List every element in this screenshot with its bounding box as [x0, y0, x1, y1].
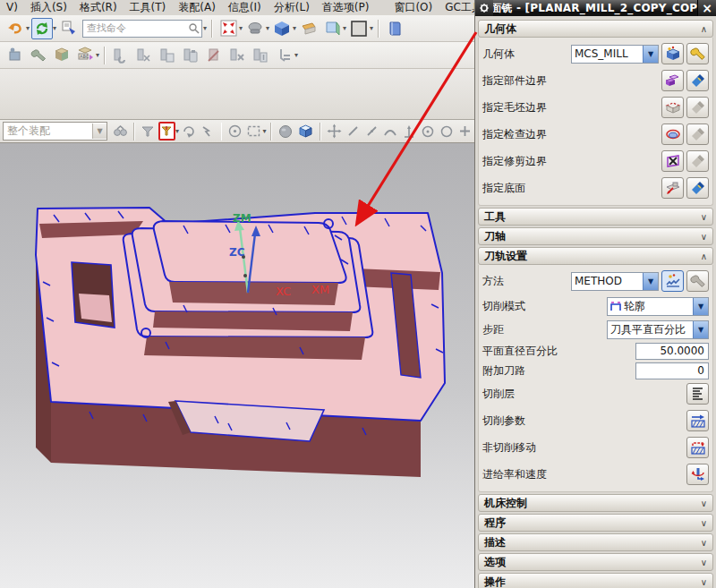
part-boundary-button[interactable]: [661, 70, 684, 91]
circle-snap-button[interactable]: [438, 122, 455, 141]
chevron-down-icon[interactable]: ▼: [693, 321, 708, 338]
menu-item-insert[interactable]: 插入(S): [24, 0, 73, 15]
floor-display-button[interactable]: [686, 177, 709, 199]
shaded-caret[interactable]: ▾: [293, 24, 296, 32]
resource-bar-button[interactable]: [384, 18, 405, 39]
toolpath-info-button[interactable]: [250, 45, 271, 66]
create-tool-button[interactable]: [28, 45, 49, 66]
undo-caret[interactable]: ▾: [26, 24, 30, 32]
chevron-down-icon[interactable]: ▼: [643, 273, 658, 290]
graphics-viewport[interactable]: ZM ZC XC XM: [0, 143, 474, 588]
selection-scope-combo[interactable]: 整个装配 ▼: [3, 122, 107, 141]
line-midpoint-button[interactable]: [363, 122, 380, 141]
copy-operation-button[interactable]: [157, 45, 178, 66]
chevron-down-icon[interactable]: ∨: [701, 499, 707, 508]
chevron-down-icon[interactable]: ▼: [92, 124, 107, 139]
new-geometry-button[interactable]: [661, 43, 684, 64]
edit-geometry-button[interactable]: [686, 43, 709, 64]
command-finder-input[interactable]: [85, 21, 188, 35]
section-header-path-settings[interactable]: 刀轨设置 ∧: [478, 247, 713, 265]
method-combo[interactable]: METHOD ▼: [571, 272, 659, 291]
chevron-down-icon[interactable]: ∨: [701, 212, 707, 222]
section-view-button[interactable]: [321, 18, 343, 39]
floor-button[interactable]: [661, 177, 684, 199]
rect-select-button[interactable]: [245, 122, 262, 141]
chevron-down-icon[interactable]: ▼: [693, 298, 708, 315]
create-operation-button[interactable]: [4, 45, 26, 66]
section-header-geometry[interactable]: 几何体 ∧: [478, 20, 713, 38]
line-endpoint-button[interactable]: [345, 122, 362, 141]
chevron-down-icon[interactable]: ∨: [701, 538, 707, 548]
refresh-button[interactable]: [31, 18, 53, 39]
menu-item-window[interactable]: 窗口(O): [388, 0, 439, 15]
section-header-options[interactable]: 选项 ∨: [478, 553, 713, 571]
object-info-button[interactable]: [58, 18, 80, 39]
chevron-down-icon[interactable]: ∨: [701, 558, 707, 567]
menu-item-preferences[interactable]: 首选项(P): [316, 0, 376, 15]
chevron-down-icon[interactable]: ∨: [701, 232, 707, 242]
rect-caret[interactable]: ▾: [262, 127, 266, 135]
snap-filter-button[interactable]: [140, 122, 157, 141]
clip-section-button[interactable]: [298, 18, 320, 39]
display-caret[interactable]: ▾: [370, 24, 373, 32]
menu-item-format[interactable]: 格式(R): [73, 0, 124, 15]
chevron-up-icon[interactable]: ∧: [701, 24, 707, 34]
section-header-machine-control[interactable]: 机床控制 ∨: [478, 494, 713, 512]
chevron-down-icon[interactable]: ▼: [643, 46, 658, 63]
geometry-combo[interactable]: MCS_MILL ▼: [571, 45, 659, 64]
ops-caret[interactable]: ▾: [294, 51, 298, 59]
toolpath-list-button[interactable]: [273, 45, 294, 66]
undo-button[interactable]: [4, 18, 26, 39]
menu-item-assemblies[interactable]: 装配(A): [172, 0, 222, 15]
render-style-button[interactable]: [244, 18, 266, 39]
paste-operation-button[interactable]: [180, 45, 201, 66]
sphere-display-button[interactable]: [277, 122, 294, 141]
point-on-curve-button[interactable]: [401, 122, 418, 141]
stepover-combo[interactable]: 刀具平直百分比 ▼: [607, 320, 709, 339]
chevron-up-icon[interactable]: ∧: [701, 251, 707, 261]
cut-operation-button[interactable]: [133, 45, 155, 66]
shaded-view-button[interactable]: [271, 18, 293, 39]
menu-item-analysis[interactable]: 分析(L): [268, 0, 316, 15]
menu-item-information[interactable]: 信息(I): [222, 0, 268, 15]
flat-diameter-input[interactable]: [635, 343, 709, 360]
box-display-button[interactable]: [296, 122, 315, 141]
pick-snap-button[interactable]: [200, 122, 217, 141]
edit-method-button[interactable]: [686, 270, 709, 292]
non-cutting-moves-button[interactable]: [686, 437, 709, 458]
additional-passes-input[interactable]: [635, 362, 709, 379]
menu-item-tools[interactable]: 工具(T): [124, 0, 173, 15]
trim-boundary-button[interactable]: [661, 150, 684, 172]
toolpath-x-button[interactable]: [226, 45, 248, 66]
create-geometry-button[interactable]: [51, 45, 72, 66]
section-caret[interactable]: ▾: [343, 24, 346, 32]
center-snap-button[interactable]: [420, 122, 437, 141]
circle-center-button[interactable]: [226, 122, 243, 141]
pan-button[interactable]: [326, 122, 343, 141]
refresh-caret[interactable]: ▾: [53, 24, 56, 32]
find-component-button[interactable]: [112, 122, 129, 141]
menu-item-partial[interactable]: V): [0, 0, 24, 15]
section-header-description[interactable]: 描述 ∨: [478, 533, 713, 551]
cut-levels-button[interactable]: [686, 383, 709, 405]
section-header-tool[interactable]: 工具 ∨: [478, 208, 713, 226]
abc-caret[interactable]: ▾: [96, 51, 99, 59]
dialog-close-button[interactable]: ×: [697, 0, 716, 16]
new-method-button[interactable]: [661, 270, 684, 292]
cutting-parameters-button[interactable]: [686, 410, 709, 431]
plus-snap-button[interactable]: [456, 122, 473, 141]
section-header-program[interactable]: 程序 ∨: [478, 514, 713, 532]
chevron-down-icon[interactable]: ∨: [701, 577, 707, 587]
render-caret[interactable]: ▾: [266, 24, 269, 32]
fit-view-button[interactable]: [217, 18, 239, 39]
delete-operation-button[interactable]: [203, 45, 225, 66]
annotation-abc-button[interactable]: ABC: [74, 45, 96, 66]
arc-snap-button[interactable]: [382, 122, 399, 141]
chevron-down-icon[interactable]: ∨: [701, 518, 707, 528]
check-boundary-button[interactable]: [661, 124, 684, 145]
dialog-title-bar[interactable]: 平面铣 - [PLANAR_MILL_2_COPY_COPY] ×: [475, 0, 716, 16]
search-icon[interactable]: [188, 22, 200, 34]
part-boundary-display-button[interactable]: [686, 70, 709, 91]
snap-caret[interactable]: ▾: [175, 127, 179, 135]
display-mode-button[interactable]: [348, 18, 370, 39]
